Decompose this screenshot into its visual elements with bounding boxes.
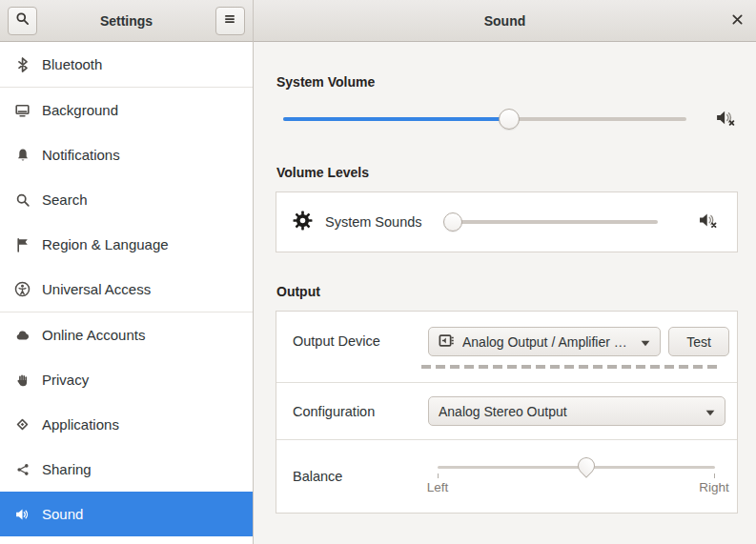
volume-levels-heading: Volume Levels (276, 166, 738, 180)
sidebar-title: Settings (100, 13, 153, 29)
sound-panel: Sound System Volume (254, 0, 756, 544)
slider-handle[interactable] (443, 212, 462, 232)
close-button[interactable] (731, 0, 744, 41)
search-icon (13, 192, 31, 208)
speaker-icon (13, 507, 31, 522)
system-sounds-label: System Sounds (325, 214, 422, 230)
gear-icon (293, 211, 313, 234)
system-volume-slider[interactable] (283, 107, 686, 131)
speaker-muted-icon (716, 109, 737, 131)
output-device-controls: Analog Output / Amplifier … Test (428, 327, 729, 369)
sidebar-item-label: Online Accounts (42, 327, 145, 343)
sidebar-item-bluetooth[interactable]: Bluetooth (0, 42, 253, 87)
right-tick-mark (714, 473, 715, 478)
balance-row: Balance Left Right (276, 439, 737, 513)
sidebar-item-applications[interactable]: Applications (0, 402, 253, 447)
sidebar-item-search[interactable]: Search (0, 177, 253, 222)
search-icon (15, 11, 30, 30)
audio-card-icon (439, 332, 455, 352)
sidebar-item-label: Background (42, 102, 118, 118)
sidebar-item-label: Applications (42, 416, 119, 433)
test-button[interactable]: Test (668, 327, 729, 356)
output-heading: Output (276, 285, 738, 299)
left-tick-mark (438, 473, 439, 478)
system-volume-row (276, 106, 738, 132)
chevron-down-icon (641, 334, 650, 350)
sidebar-item-label: Search (42, 191, 88, 208)
hand-icon (13, 373, 31, 388)
balance-slider[interactable]: Left Right (428, 453, 725, 499)
bluetooth-icon (13, 57, 31, 72)
slider-track[interactable] (444, 220, 658, 224)
cloud-icon (13, 328, 31, 343)
bell-icon (13, 148, 31, 163)
search-button[interactable] (8, 7, 37, 35)
sidebar-headerbar: Settings (0, 0, 253, 42)
volume-levels-card: System Sounds (276, 191, 738, 252)
sidebar-item-sharing[interactable]: Sharing (0, 447, 253, 492)
sidebar-item-online-accounts[interactable]: Online Accounts (0, 312, 253, 357)
sidebar-item-label: Region & Language (42, 236, 169, 252)
configuration-dropdown[interactable]: Analog Stereo Output (428, 396, 725, 426)
sidebar-item-background[interactable]: Background (0, 88, 253, 132)
flag-icon (13, 237, 31, 252)
sidebar-item-sound[interactable]: Sound (0, 492, 253, 536)
settings-panel-list: Bluetooth Background Notifications Se (0, 42, 253, 544)
sidebar-item-label: Sound (42, 506, 83, 522)
peak-level-meter (421, 365, 719, 369)
speaker-muted-icon (699, 212, 719, 232)
menu-button[interactable] (215, 7, 245, 35)
slider-handle[interactable] (574, 453, 598, 477)
sidebar-item-label: Bluetooth (42, 56, 102, 72)
applications-icon (13, 416, 31, 433)
main-headerbar: Sound (254, 0, 756, 42)
output-device-row: Output Device Analog Output / Amplifier … (276, 312, 737, 382)
accessibility-icon (13, 281, 31, 297)
output-device-value: Analog Output / Amplifier … (462, 334, 633, 350)
system-sounds-row: System Sounds (276, 192, 737, 252)
sidebar-item-region-language[interactable]: Region & Language (0, 222, 253, 267)
close-icon (731, 12, 744, 30)
panel-title: Sound (484, 13, 526, 29)
output-device-control-line: Analog Output / Amplifier … Test (428, 327, 729, 356)
output-card: Output Device Analog Output / Amplifier … (276, 311, 738, 514)
hamburger-menu-icon (223, 12, 236, 30)
sidebar-item-privacy[interactable]: Privacy (0, 357, 253, 402)
system-volume-heading: System Volume (276, 75, 738, 90)
sidebar-item-notifications[interactable]: Notifications (0, 132, 253, 177)
configuration-label: Configuration (293, 404, 428, 419)
output-device-dropdown[interactable]: Analog Output / Amplifier … (428, 327, 661, 356)
sidebar-item-label: Sharing (42, 461, 92, 477)
sound-panel-content: System Volume Volume Levels (254, 42, 756, 544)
mute-toggle-button[interactable] (697, 212, 721, 232)
output-device-label: Output Device (293, 333, 428, 349)
sidebar-item-universal-access[interactable]: Universal Access (0, 267, 253, 312)
configuration-value: Analog Stereo Output (439, 404, 567, 419)
slider-handle[interactable] (499, 109, 520, 130)
sidebar: Settings Bluetooth Background (0, 0, 254, 544)
mute-toggle-button[interactable] (714, 109, 738, 131)
balance-handle-area (438, 453, 715, 480)
balance-min-label: Left (427, 480, 449, 494)
balance-label: Balance (293, 469, 428, 484)
configuration-row: Configuration Analog Stereo Output (276, 382, 737, 439)
chevron-down-icon (705, 404, 715, 419)
display-icon (13, 103, 31, 118)
sidebar-item-label: Notifications (42, 147, 120, 163)
sidebar-item-label: Universal Access (42, 281, 151, 297)
system-sounds-slider[interactable] (444, 212, 658, 232)
sidebar-item-label: Privacy (42, 372, 89, 388)
gnome-settings-window: Settings Bluetooth Background (0, 0, 756, 544)
balance-max-label: Right (699, 480, 729, 494)
slider-fill (283, 117, 509, 121)
share-icon (13, 462, 31, 477)
